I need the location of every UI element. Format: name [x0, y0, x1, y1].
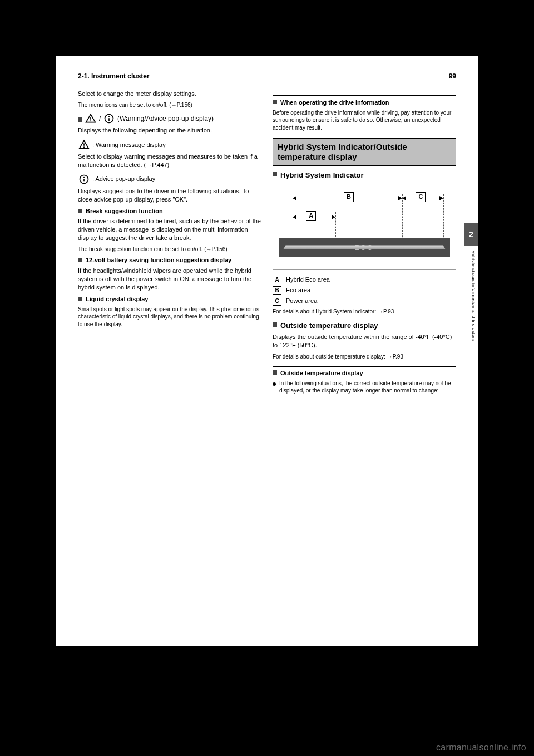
content-columns: Select to change the meter display setti…: [56, 84, 478, 408]
break-heading-text: Break suggestion function: [86, 207, 163, 215]
left-column: Select to change the meter display setti…: [78, 90, 261, 397]
page-header: 2-1. Instrument cluster 99: [56, 56, 478, 84]
diagram-label-a: A: [306, 211, 316, 221]
caution-heading: When operating the drive information: [273, 99, 456, 107]
hsi-heading-text: Hybrid System Indicator: [280, 170, 364, 180]
eco-indicator-bar: [283, 245, 446, 249]
warning-advice-heading-text: (Warning/Advice pop-up display): [117, 114, 214, 123]
temp-info-block: Outside temperature display In the follo…: [273, 366, 456, 395]
section-title-text: Hybrid System Indicator/Outside temperat…: [278, 142, 407, 161]
square-bullet-icon: [273, 100, 277, 104]
desc-a: Hybrid Eco area: [286, 276, 330, 284]
svg-point-8: [83, 177, 85, 178]
desc-c: Power area: [286, 297, 317, 305]
outside-description: Displays the outside temperature within …: [273, 333, 456, 350]
hybrid-indicator-diagram: B C A ECO: [273, 184, 456, 270]
advice-label-row: : Advice pop-up display: [78, 174, 261, 185]
square-bullet-icon: [273, 322, 277, 327]
section-path: 2-1. Instrument cluster: [78, 72, 150, 80]
temp-info-heading-text: Outside temperature display: [280, 369, 363, 377]
battery-heading: 12-volt battery saving function suggesti…: [78, 256, 261, 264]
square-bullet-icon: [78, 209, 82, 213]
diagram-label-b: B: [344, 192, 354, 202]
settings-intro: Select to change the meter display setti…: [78, 90, 261, 98]
warning-label-row: : Warning message display: [78, 139, 261, 150]
advice-description: Displays suggestions to the driver in th…: [78, 187, 261, 204]
temp-bullet-text: In the following situations, the correct…: [279, 380, 456, 395]
temp-info-bullet: In the following situations, the correct…: [273, 380, 456, 395]
info-circle-icon: [78, 174, 90, 185]
caution-block: When operating the drive information Bef…: [273, 95, 456, 131]
label-mark-a: A: [273, 276, 281, 284]
battery-heading-text: 12-volt battery saving function suggesti…: [86, 256, 231, 264]
right-column: When operating the drive information Bef…: [273, 90, 456, 397]
break-note: The break suggestion function can be set…: [78, 246, 261, 253]
warning-triangle-icon: [85, 113, 97, 124]
label-mark-c: C: [273, 297, 281, 306]
icons-intro-text: Displays the following depending on the …: [78, 126, 261, 135]
svg-point-3: [108, 116, 110, 117]
desc-row-b: B Eco area: [273, 286, 456, 295]
chapter-number: 2: [469, 230, 473, 239]
outside-heading-text: Outside temperature display: [280, 321, 378, 331]
advice-label-text: : Advice pop-up display: [92, 175, 155, 183]
caution-heading-text: When operating the drive information: [280, 99, 389, 107]
warning-description: Select to display warning messages and m…: [78, 153, 261, 169]
break-description: If the driver is determined to be tired,…: [78, 217, 261, 242]
lcd-heading-text: Liquid crystal display: [86, 295, 148, 303]
desc-b: Eco area: [286, 286, 310, 294]
watermark: carmanualsonline.info: [436, 743, 526, 753]
disc-bullet-icon: [273, 382, 276, 386]
chapter-side-title: Vehicle status information and indicator…: [471, 251, 476, 342]
square-bullet-icon: [78, 297, 82, 301]
outside-note: For details about outside temperature di…: [273, 353, 456, 361]
break-suggestion-heading: Break suggestion function: [78, 207, 261, 215]
square-bullet-icon: [78, 117, 82, 122]
lcd-description: Small spots or light spots may appear on…: [78, 306, 261, 328]
slash-separator: /: [99, 115, 101, 123]
svg-point-1: [90, 121, 91, 122]
hsi-heading: Hybrid System Indicator: [273, 170, 456, 180]
svg-point-6: [83, 146, 85, 148]
chapter-tab: 2: [464, 223, 478, 246]
manual-page: 2-1. Instrument cluster 99 2 Vehicle sta…: [56, 56, 478, 646]
page-number: 99: [449, 72, 456, 80]
diagram-label-c: C: [416, 192, 426, 202]
hsi-note: For details about Hybrid System Indicato…: [273, 308, 456, 316]
temp-info-heading: Outside temperature display: [273, 369, 456, 377]
desc-row-c: C Power area: [273, 297, 456, 306]
warning-triangle-icon: [78, 139, 90, 150]
square-bullet-icon: [273, 172, 277, 176]
battery-description: If the headlights/windshield wipers are …: [78, 267, 261, 292]
square-bullet-icon: [78, 258, 82, 262]
warning-advice-heading: / (Warning/Advice pop-up display): [78, 113, 261, 124]
menu-icon-note: The menu icons can be set to on/off. (→P…: [78, 101, 261, 109]
info-circle-icon: [103, 113, 115, 124]
section-title-box: Hybrid System Indicator/Outside temperat…: [273, 138, 456, 166]
caution-text: Before operating the drive information w…: [273, 109, 456, 132]
label-mark-b: B: [273, 286, 281, 295]
outside-temp-heading: Outside temperature display: [273, 321, 456, 331]
lcd-heading: Liquid crystal display: [78, 295, 261, 303]
square-bullet-icon: [273, 370, 277, 375]
warning-label-text: : Warning message display: [92, 141, 166, 149]
desc-row-a: A Hybrid Eco area: [273, 276, 456, 284]
